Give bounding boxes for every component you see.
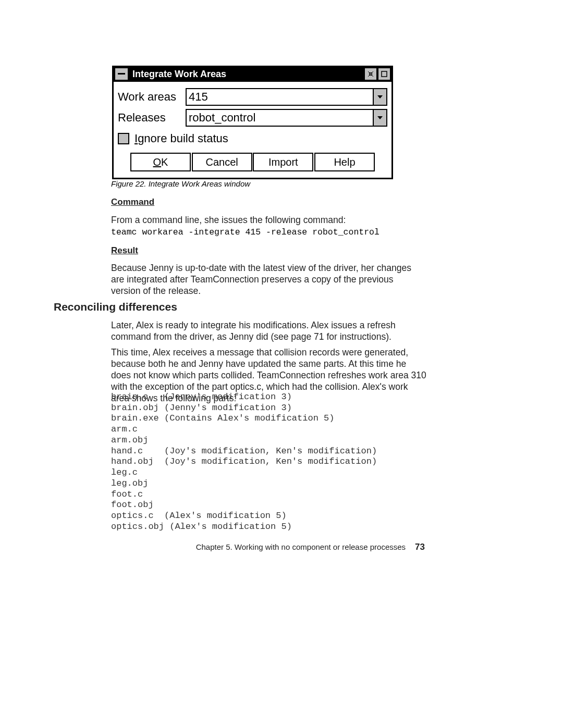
releases-row: Releases xyxy=(118,109,387,127)
work-areas-row: Work areas xyxy=(118,88,387,106)
command-code: teamc workarea -integrate 415 -release r… xyxy=(111,227,380,237)
page-root: Integrate Work Areas Work areas xyxy=(0,0,563,728)
maximize-icon[interactable] xyxy=(378,68,390,80)
system-menu-icon[interactable] xyxy=(115,68,128,80)
result-heading: Result xyxy=(111,245,138,256)
figure-caption: Figure 22. Integrate Work Areas window xyxy=(111,179,250,188)
footer-page-number: 73 xyxy=(415,542,425,552)
dialog-title: Integrate Work Areas xyxy=(129,69,364,80)
ok-button[interactable]: OK xyxy=(130,153,191,171)
work-areas-label: Work areas xyxy=(118,90,186,104)
ignore-build-status-checkbox[interactable] xyxy=(118,133,129,144)
releases-label: Releases xyxy=(118,111,186,125)
svg-rect-2 xyxy=(382,71,387,77)
footer-chapter: Chapter 5. Working with no component or … xyxy=(196,542,406,551)
integrate-work-areas-dialog: Integrate Work Areas Work areas xyxy=(112,66,393,179)
releases-input[interactable] xyxy=(187,110,373,126)
parts-listing-code: brain.c (Jenny's modification 3) brain.o… xyxy=(111,392,377,533)
result-text: Because Jenny is up-to-date with the lat… xyxy=(111,263,424,297)
ignore-build-status-label: Ignore build status xyxy=(134,132,228,145)
cancel-button[interactable]: Cancel xyxy=(192,153,252,171)
dialog-body: Work areas Releases xyxy=(114,82,391,178)
ignore-build-status-row: Ignore build status xyxy=(118,132,387,145)
dialog-titlebar: Integrate Work Areas xyxy=(114,67,391,82)
reconciling-heading: Reconciling differences xyxy=(54,301,177,313)
releases-dropdown-icon[interactable] xyxy=(373,110,386,126)
work-areas-input[interactable] xyxy=(187,89,373,105)
command-intro-text: From a command line, she issues the foll… xyxy=(111,215,419,226)
work-areas-field xyxy=(186,88,387,106)
svg-rect-0 xyxy=(118,73,125,75)
page-footer: Chapter 5. Working with no component or … xyxy=(190,542,425,552)
releases-field xyxy=(186,109,387,127)
minimize-icon[interactable] xyxy=(364,68,377,80)
titlebar-controls xyxy=(364,68,391,80)
help-button[interactable]: Help xyxy=(314,153,375,171)
dialog-button-row: OK Cancel Import Help xyxy=(118,153,387,172)
command-heading: Command xyxy=(111,197,154,207)
svg-marker-4 xyxy=(377,116,383,119)
work-areas-dropdown-icon[interactable] xyxy=(373,89,386,105)
later-paragraph: Later, Alex is ready to integrate his mo… xyxy=(111,320,426,343)
import-button[interactable]: Import xyxy=(253,153,313,171)
svg-marker-3 xyxy=(377,95,383,98)
